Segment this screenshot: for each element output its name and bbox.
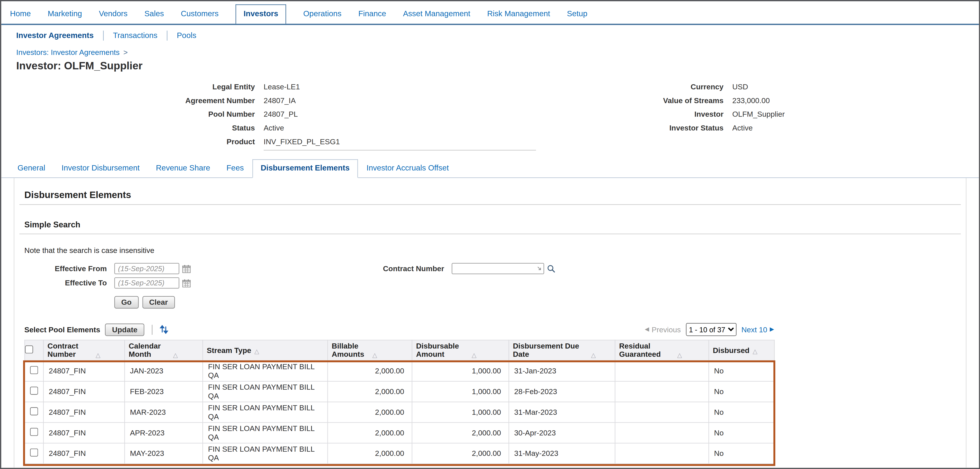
reorder-icon[interactable]	[159, 324, 169, 335]
pagination-range-select[interactable]: 1 - 10 of 37	[686, 323, 737, 336]
column-header[interactable]: Disbursable Amount	[412, 340, 509, 361]
cell-billable-amounts: 2,000.00	[328, 382, 412, 402]
clear-button[interactable]: Clear	[142, 296, 175, 308]
content-area: Disbursement Elements Simple Search Note…	[14, 178, 966, 468]
tab[interactable]: Investor Disbursement	[54, 160, 147, 177]
row-checkbox[interactable]	[30, 448, 38, 457]
cell-disbursable-amount: 2,000.00	[412, 443, 509, 464]
tab[interactable]: Disbursement Elements	[253, 159, 358, 178]
column-header-label: Calendar Month	[129, 342, 170, 359]
sort-icon[interactable]	[591, 351, 596, 359]
contract-number-label: Contract Number	[347, 264, 444, 273]
column-header[interactable]: Disbursement Due Date	[509, 340, 615, 361]
detail-label: Pool Number	[16, 108, 255, 121]
search-icon[interactable]	[547, 264, 556, 273]
select-all-checkbox[interactable]	[25, 345, 33, 354]
column-header-label: Stream Type	[207, 346, 251, 355]
cell-billable-amounts: 2,000.00	[328, 402, 412, 423]
topnav-item[interactable]: Setup	[567, 5, 587, 24]
subnav-item[interactable]: Investor Agreements	[10, 31, 103, 41]
details-left-column: Legal Entity Lease-LE1 Agreement Number …	[16, 81, 536, 151]
cell-disbursement-due-date: 28-Feb-2023	[509, 382, 615, 402]
subnav-item[interactable]: Pools	[167, 31, 206, 41]
previous-link[interactable]: ◀ Previous	[645, 325, 681, 334]
topnav-item[interactable]: Investors	[235, 5, 286, 24]
cell-disbursement-due-date: 31-May-2023	[509, 443, 615, 464]
cell-billable-amounts: 2,000.00	[328, 361, 412, 382]
row-checkbox[interactable]	[30, 407, 38, 415]
topnav-item[interactable]: Vendors	[99, 5, 127, 24]
column-header[interactable]: Contract Number	[43, 340, 124, 361]
column-header[interactable]: Calendar Month	[125, 340, 203, 361]
column-header[interactable]: Stream Type	[203, 340, 328, 361]
detail-value: 24807_PL	[264, 108, 536, 121]
row-select-cell	[25, 443, 43, 464]
column-header[interactable]: Residual Guaranteed	[615, 340, 709, 361]
column-header[interactable]: Billable Amounts	[328, 340, 412, 361]
cell-calendar-month: FEB-2023	[125, 382, 203, 402]
calendar-icon[interactable]	[182, 264, 191, 273]
row-checkbox[interactable]	[30, 386, 38, 395]
topnav-item[interactable]: Sales	[144, 5, 164, 24]
effective-from-input[interactable]	[114, 263, 179, 274]
sort-icon[interactable]	[677, 351, 682, 359]
sort-icon[interactable]	[95, 351, 100, 359]
update-button[interactable]: Update	[105, 323, 144, 335]
column-header[interactable]: Disbursed	[709, 340, 774, 361]
calendar-icon[interactable]	[182, 278, 191, 288]
next-link[interactable]: Next 10 ▶	[741, 325, 774, 334]
row-checkbox[interactable]	[30, 428, 38, 436]
table-row: 24807_FIN FEB-2023 FIN SER LOAN PAYMENT …	[25, 382, 774, 402]
detail-label: Value of Streams	[536, 94, 724, 107]
page-title: Investor: OLFM_Supplier	[2, 57, 979, 73]
cell-disbursed: No	[709, 423, 774, 443]
detail-label: Status	[16, 122, 255, 134]
previous-label: Previous	[652, 325, 681, 334]
tab[interactable]: General	[10, 160, 53, 177]
topnav-item[interactable]: Asset Management	[403, 5, 471, 24]
effective-to-input[interactable]	[114, 277, 179, 289]
cell-residual-guaranteed	[615, 423, 709, 443]
sort-icon[interactable]	[372, 351, 377, 359]
cell-residual-guaranteed	[615, 443, 709, 464]
search-form: Effective From Effective To Contract Num…	[24, 263, 961, 288]
row-checkbox[interactable]	[30, 366, 38, 374]
table-body: 24807_FIN JAN-2023 FIN SER LOAN PAYMENT …	[25, 361, 774, 464]
topnav-item[interactable]: Operations	[303, 5, 342, 24]
sort-icon[interactable]	[173, 351, 178, 359]
topnav-item[interactable]: Home	[10, 5, 31, 24]
section-heading: Disbursement Elements	[24, 189, 961, 200]
tab[interactable]: Investor Accruals Offset	[359, 160, 457, 177]
table-row: 24807_FIN MAR-2023 FIN SER LOAN PAYMENT …	[25, 402, 774, 423]
detail-label: Product	[16, 135, 255, 151]
topnav-item[interactable]: Marketing	[48, 5, 82, 24]
tab[interactable]: Fees	[219, 160, 251, 177]
lov-arrow-icon[interactable]	[537, 266, 542, 272]
topnav-item[interactable]: Risk Management	[487, 5, 550, 24]
cell-disbursement-due-date: 31-Mar-2023	[509, 402, 615, 423]
go-button[interactable]: Go	[114, 296, 138, 308]
investor-details: Legal Entity Lease-LE1 Agreement Number …	[2, 73, 979, 151]
cell-calendar-month: MAR-2023	[125, 402, 203, 423]
row-select-cell	[25, 423, 43, 443]
select-pool-elements-label: Select Pool Elements	[24, 325, 100, 334]
row-select-cell	[25, 382, 43, 402]
topnav-item[interactable]: Finance	[358, 5, 386, 24]
breadcrumb-link[interactable]: Investors: Investor Agreements	[16, 48, 119, 57]
cell-disbursable-amount: 1,000.00	[412, 402, 509, 423]
cell-stream-type: FIN SER LOAN PAYMENT BILL QA	[203, 361, 328, 382]
contract-number-field: Contract Number	[347, 263, 556, 274]
contract-number-input[interactable]	[452, 263, 544, 274]
cell-contract-number: 24807_FIN	[43, 402, 124, 423]
sort-icon[interactable]	[255, 348, 259, 355]
subnav-item[interactable]: Transactions	[103, 31, 167, 41]
tab[interactable]: Revenue Share	[148, 160, 218, 177]
cell-disbursable-amount: 1,000.00	[412, 382, 509, 402]
sort-icon[interactable]	[472, 351, 477, 359]
topnav-item[interactable]: Customers	[181, 5, 218, 24]
cell-stream-type: FIN SER LOAN PAYMENT BILL QA	[203, 443, 328, 464]
row-select-cell	[25, 361, 43, 382]
sort-icon[interactable]	[752, 348, 757, 355]
table-row: 24807_FIN JAN-2023 FIN SER LOAN PAYMENT …	[25, 361, 774, 382]
pagination: ◀ Previous 1 - 10 of 37 Next 10 ▶	[645, 323, 774, 336]
